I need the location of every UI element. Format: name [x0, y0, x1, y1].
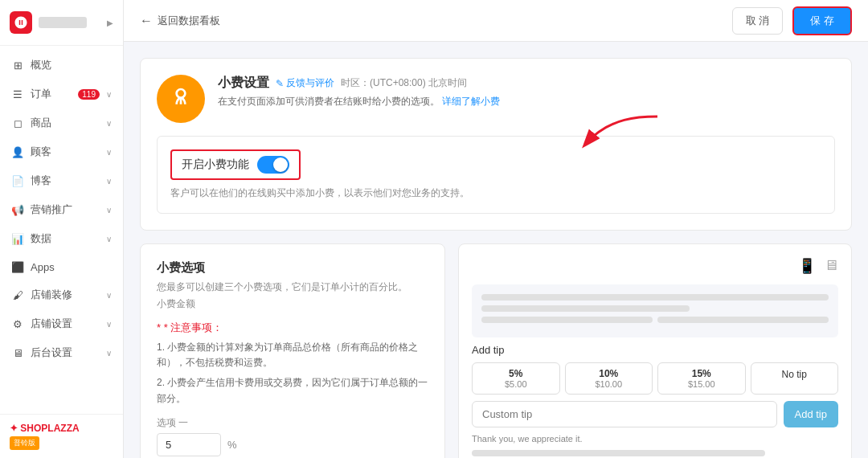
options-title: 小费选项: [157, 260, 428, 276]
design-icon: 🖌: [11, 288, 24, 301]
plan-badge: 普铃版: [10, 436, 39, 450]
data-icon: 📊: [11, 232, 24, 245]
data-chevron: ∨: [106, 235, 112, 243]
tip-options-buttons: 5% $5.00 10% $10.00 15% $15.00 No tip: [472, 362, 838, 395]
thank-you-text: Thank you, we appreciate it.: [472, 434, 838, 444]
sidebar-item-backend-settings[interactable]: 🖥 后台设置 ∨: [0, 338, 123, 367]
grid-icon: ⊞: [11, 59, 24, 72]
preview-card: 📱 🖥 Add tip 5% $5.00: [458, 243, 852, 458]
sidebar-item-orders[interactable]: ☰ 订单 119 ∨: [0, 80, 123, 108]
tip-title-row: 小费设置 ✎ 反馈与评价 时区：(UTC+08:00) 北京时间: [218, 75, 835, 92]
tip-option-5[interactable]: 5% $5.00: [472, 362, 560, 395]
preview-device-toggle: 📱 🖥: [472, 257, 838, 275]
sidebar-collapse-arrow[interactable]: ▶: [107, 18, 113, 27]
mobile-preview-icon[interactable]: 📱: [798, 257, 816, 275]
add-tip-button[interactable]: Add tip: [784, 401, 838, 427]
preview-bar-sm-2: [657, 317, 829, 323]
bottom-row: 小费选项 您最多可以创建三个小费选项，它们是订单小计的百分比。 小费金额 * *…: [140, 243, 852, 458]
sidebar-item-apps[interactable]: ⬛ Apps: [0, 253, 123, 280]
orders-chevron: ∨: [106, 90, 112, 99]
shoplazza-logo: ✦ SHOPLAZZA: [10, 423, 113, 434]
tip-info: 小费设置 ✎ 反馈与评价 时区：(UTC+08:00) 北京时间 在支付页面添加…: [218, 75, 835, 108]
preview-bar-row: [481, 317, 829, 323]
tip-options-card: 小费选项 您最多可以创建三个小费选项，它们是订单小计的百分比。 小费金额 * *…: [140, 243, 445, 458]
sidebar-item-overview[interactable]: ⊞ 概览: [0, 51, 123, 80]
custom-tip-input[interactable]: [472, 401, 777, 427]
bottom-bar-1: [472, 450, 765, 456]
sidebar-item-customers[interactable]: 👤 顾客 ∨: [0, 137, 123, 166]
sidebar-label-marketing: 营销推广: [31, 202, 100, 217]
tip-header: 小费设置 ✎ 反馈与评价 时区：(UTC+08:00) 北京时间 在支付页面添加…: [157, 75, 835, 123]
option1-input-row: %: [157, 433, 428, 456]
customers-chevron: ∨: [106, 148, 112, 157]
sidebar-item-data[interactable]: 📊 数据 ∨: [0, 224, 123, 253]
backend-settings-chevron: ∨: [106, 349, 112, 358]
preview-screen: [472, 284, 838, 337]
sidebar-label-data: 数据: [31, 231, 100, 246]
orders-badge: 119: [78, 89, 100, 100]
tip-option-no[interactable]: No tip: [751, 362, 839, 395]
desktop-preview-icon[interactable]: 🖥: [824, 257, 838, 275]
blog-icon: 📄: [11, 174, 24, 187]
tip-pct-2: 10%: [569, 368, 649, 379]
sidebar-item-products[interactable]: ◻ 商品 ∨: [0, 108, 123, 137]
order-icon: ☰: [11, 88, 24, 100]
sidebar-label-blog: 博客: [31, 174, 100, 188]
tip-title: 小费设置: [218, 75, 269, 92]
add-tip-label: Add tip: [472, 344, 838, 356]
toggle-section: 开启小费功能 客户可以在他们的在线购买中添加小费，以表示他们对您业务的支持。: [157, 136, 835, 214]
tip-pct-3: 15%: [661, 368, 742, 379]
preview-bar-2: [481, 305, 690, 312]
marketing-chevron: ∨: [106, 206, 112, 215]
tip-toggle[interactable]: [257, 156, 289, 174]
sidebar-item-store-settings[interactable]: ⚙ 店铺设置 ∨: [0, 309, 123, 338]
option1-input[interactable]: [157, 433, 221, 456]
timezone: 时区：(UTC+08:00) 北京时间: [341, 76, 467, 90]
tip-description: 在支付页面添加可供消费者在结账时给小费的选项。 详细了解小费: [218, 95, 835, 108]
tip-settings-card: 小费设置 ✎ 反馈与评价 时区：(UTC+08:00) 北京时间 在支付页面添加…: [140, 58, 852, 231]
sidebar-bottom: ✦ SHOPLAZZA 普铃版: [0, 414, 123, 458]
back-button[interactable]: ← 返回数据看板: [140, 14, 220, 28]
sidebar-label-store-design: 店铺装修: [31, 288, 100, 302]
options-subtitle: 您最多可以创建三个小费选项，它们是订单小计的百分比。: [157, 280, 428, 294]
option1-suffix: %: [227, 439, 237, 451]
tip-amt-3: $15.00: [661, 379, 742, 389]
tip-option-10[interactable]: 10% $10.00: [565, 362, 653, 395]
tip-option-15[interactable]: 15% $15.00: [657, 362, 746, 395]
preview-bottom-bars: [472, 450, 838, 458]
tip-icon: [157, 75, 205, 123]
sidebar-label-overview: 概览: [31, 58, 112, 72]
shoplazza-wordmark: ✦ SHOPLAZZA: [10, 423, 80, 434]
save-button[interactable]: 保 存: [792, 6, 852, 35]
brand-logo-icon: [10, 11, 32, 34]
learn-more-link[interactable]: 详细了解小费: [442, 96, 500, 107]
notice-item-1: 1. 小费金额的计算对象为订单商品总价格（所有商品的价格之和），不包括税费和运费…: [157, 340, 428, 370]
notice-section: * * 注意事项： 1. 小费金额的计算对象为订单商品总价格（所有商品的价格之和…: [157, 321, 428, 407]
products-chevron: ∨: [106, 119, 112, 128]
feedback-link[interactable]: ✎ 反馈与评价: [276, 76, 334, 90]
no-tip-label: No tip: [782, 369, 807, 380]
edit-icon: ✎: [276, 78, 284, 89]
notice-title: * * 注意事项：: [157, 321, 428, 335]
cancel-button[interactable]: 取 消: [732, 7, 784, 35]
customer-icon: 👤: [11, 145, 24, 158]
sidebar-label-customers: 顾客: [31, 145, 100, 159]
sidebar-label-backend-settings: 后台设置: [31, 346, 100, 360]
marketing-icon: 📢: [11, 203, 24, 216]
preview-bar-1: [481, 294, 829, 301]
back-arrow-icon: ←: [140, 14, 153, 28]
toggle-label: 开启小费功能: [182, 157, 249, 172]
main-content: ← 返回数据看板 取 消 保 存 小费设置 ✎ 反馈与评价: [124, 0, 868, 458]
content-area: 小费设置 ✎ 反馈与评价 时区：(UTC+08:00) 北京时间 在支付页面添加…: [124, 42, 868, 458]
toggle-highlighted-area: 开启小费功能: [170, 149, 301, 180]
tip-amt-2: $10.00: [569, 379, 649, 389]
sidebar-item-store-design[interactable]: 🖌 店铺装修 ∨: [0, 280, 123, 309]
blog-chevron: ∨: [106, 177, 112, 186]
tip-amt-1: $5.00: [476, 379, 556, 389]
back-label: 返回数据看板: [158, 14, 220, 28]
sidebar-item-marketing[interactable]: 📢 营销推广 ∨: [0, 195, 123, 224]
sidebar-item-blog[interactable]: 📄 博客 ∨: [0, 166, 123, 195]
toggle-hint: 客户可以在他们的在线购买中添加小费，以表示他们对您业务的支持。: [170, 186, 821, 200]
sidebar-label-apps: Apps: [31, 261, 112, 273]
sidebar-label-store-settings: 店铺设置: [31, 317, 100, 331]
